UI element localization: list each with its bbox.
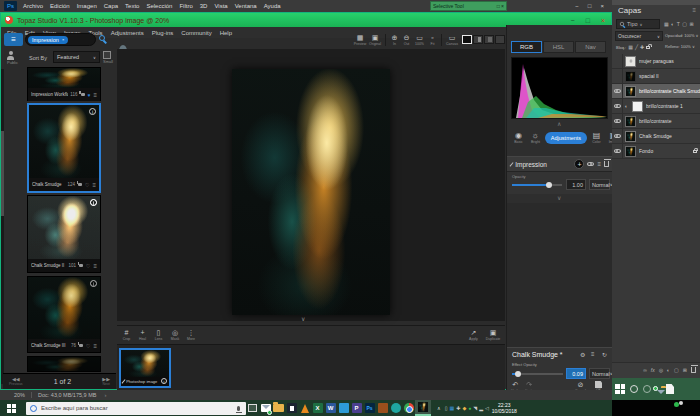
ps-menu-imagen[interactable]: Imagen — [77, 3, 97, 9]
network-icon[interactable]: ▂ — [479, 405, 483, 411]
layer-row-brillo-1[interactable]: ◐ brillo/contraste 1 — [612, 99, 700, 114]
selective-tool-restore-icon[interactable]: □ — [497, 3, 500, 9]
tray-expand-icon[interactable]: ∧ — [437, 405, 441, 411]
ps-menu-seleccion[interactable]: Selección — [146, 3, 172, 9]
favorite-icon[interactable]: ♡ — [86, 263, 90, 269]
status-expand-icon[interactable]: › — [104, 392, 106, 398]
layer-thumbnail[interactable] — [625, 116, 636, 127]
menu-plugins[interactable]: Plug-ins — [152, 30, 174, 36]
layer-filter-dropdown[interactable]: Tipo ∨ — [616, 19, 660, 29]
cortana-icon[interactable] — [630, 385, 638, 393]
preset-menu-icon[interactable]: ≡ — [93, 343, 97, 349]
histogram-collapse-chevron[interactable]: ∧ — [557, 120, 561, 127]
pagination-next-button[interactable]: ▶▶ Next — [102, 377, 110, 386]
visibility-toggle[interactable] — [612, 54, 623, 69]
effect-opacity-value[interactable]: 0.09 — [566, 368, 586, 379]
visibility-toggle[interactable] — [612, 114, 623, 129]
tab-hsl[interactable]: HSL — [543, 41, 574, 53]
lock-paint-icon[interactable]: ╱ — [635, 44, 638, 50]
view-mode-single[interactable] — [462, 35, 472, 44]
ps-menu-archivo[interactable]: Archivo — [23, 3, 43, 9]
visibility-toggle[interactable] — [612, 84, 623, 99]
layer-opacity-control[interactable]: Opacidad: 100% ∨ — [665, 33, 698, 38]
topaz-active-app[interactable] — [415, 400, 431, 416]
visibility-toggle[interactable] — [612, 69, 623, 84]
fit-button[interactable]: ▫ Fit — [427, 34, 438, 46]
ps-menu-3d[interactable]: 3D — [200, 3, 208, 9]
info-icon[interactable]: i — [90, 199, 97, 206]
original-button[interactable]: ▣ Original — [368, 34, 382, 46]
public-presets-button[interactable]: Public — [7, 51, 18, 65]
filter-smart-icon[interactable]: ⊞ — [690, 21, 694, 27]
filter-adjustment-icon[interactable]: ◐ — [671, 21, 674, 27]
tray-icon-3[interactable]: ✚ — [456, 405, 460, 411]
ps-close-button[interactable]: × — [600, 3, 604, 9]
layer-thumbnail[interactable] — [625, 146, 636, 157]
canvas-collapse-chevron[interactable]: ∨ — [301, 315, 305, 322]
info-icon[interactable]: i — [90, 280, 97, 287]
ps-restore-button[interactable]: □ — [588, 3, 592, 9]
favorite-icon[interactable]: ♡ — [85, 182, 89, 188]
chrome-app[interactable] — [402, 400, 415, 416]
filter-pixel-icon[interactable]: ▦ — [664, 21, 669, 27]
teal-app[interactable] — [389, 400, 402, 416]
ps-menu-ventana[interactable]: Ventana — [235, 3, 257, 9]
sort-dropdown[interactable]: Featured ∨ — [53, 51, 100, 63]
link-layers-icon[interactable]: ∞ — [643, 367, 647, 373]
preview-button[interactable]: ▦ Preview — [353, 34, 367, 46]
document-app[interactable] — [666, 384, 674, 394]
tray-icon-6[interactable]: ◥ — [473, 405, 477, 411]
blue-app[interactable] — [337, 400, 350, 416]
layer-thumbnail[interactable] — [625, 86, 636, 97]
view-mode-split-h[interactable] — [484, 35, 494, 44]
taskbar-search-input[interactable]: Escribe aquí para buscar — [26, 402, 246, 415]
start-button[interactable] — [0, 400, 22, 416]
lock-move-icon[interactable]: ✚ — [640, 44, 644, 50]
layer-row-spacial[interactable]: spacial II — [612, 69, 700, 84]
preset-menu-icon[interactable]: ≡ — [93, 92, 97, 98]
menu-community[interactable]: Community — [181, 30, 211, 36]
view-mode-split-v[interactable] — [473, 35, 483, 44]
layer-row-mujer-paraguas[interactable]: mujer paraguas — [612, 54, 700, 69]
favorite-icon[interactable]: ♥ — [88, 92, 91, 98]
filter-type-icon[interactable]: T — [677, 21, 680, 27]
tray-icon-4[interactable]: ◆ — [462, 405, 466, 411]
opacity-value[interactable]: 1.00 — [566, 179, 586, 190]
search-tag[interactable]: Impression × — [28, 36, 68, 44]
task-view-button[interactable] — [246, 400, 259, 416]
layer-row-fondo[interactable]: Fondo — [612, 144, 700, 159]
filter-shape-icon[interactable]: ▢ — [682, 21, 687, 27]
layer-style-icon[interactable]: fx — [651, 367, 655, 373]
preset-card-chalk-smudge-2[interactable]: i Chalk Smudge II 101 ♡ ≡ — [27, 195, 101, 273]
bright-button[interactable]: ☼ Bright — [528, 131, 543, 144]
thumbs-up-icon[interactable] — [78, 183, 82, 187]
layer-mask-thumbnail[interactable] — [632, 101, 643, 112]
ps-minimize-button[interactable]: − — [575, 3, 579, 9]
thumbs-up-icon[interactable] — [79, 264, 83, 268]
visibility-toggle[interactable] — [612, 129, 623, 144]
lens-button[interactable]: ▯ Lens — [153, 329, 164, 341]
menu-adjustments[interactable]: Adjustments — [111, 30, 144, 36]
start-button[interactable] — [615, 384, 625, 394]
preset-menu-icon[interactable]: ≡ — [92, 182, 96, 188]
duplicate-button[interactable]: ▣ Duplicate — [485, 329, 501, 341]
layer-row-brillo[interactable]: brillo/contraste — [612, 114, 700, 129]
preset-menu-icon[interactable]: ≡ — [93, 263, 97, 269]
impression-collapse-chevron[interactable]: ∨ — [557, 194, 561, 201]
topaz-close-button[interactable]: × — [601, 17, 605, 24]
search-icon[interactable] — [99, 35, 105, 41]
layer-thumbnail[interactable] — [625, 56, 636, 67]
ps-menu-ayuda[interactable]: Ayuda — [264, 3, 281, 9]
ps-menu-vista[interactable]: Vista — [214, 3, 227, 9]
ps-menu-capa[interactable]: Capa — [104, 3, 118, 9]
canvas-button[interactable]: ▭ Canvas — [445, 34, 459, 46]
tab-nav[interactable]: Nav — [575, 41, 606, 53]
new-group-icon[interactable]: ▢ — [674, 367, 679, 373]
opacity-slider[interactable] — [512, 184, 562, 186]
preset-card-partial[interactable] — [27, 356, 101, 372]
impression-adjustment-header[interactable]: Impression + ≡ — [507, 156, 613, 172]
pagination-prev-button[interactable]: ◀◀ Previous — [9, 377, 23, 386]
search-tag-clear-icon[interactable]: × — [62, 37, 64, 42]
visibility-eye-icon[interactable] — [587, 162, 594, 167]
tray-icon-5[interactable]: ● — [468, 405, 471, 411]
